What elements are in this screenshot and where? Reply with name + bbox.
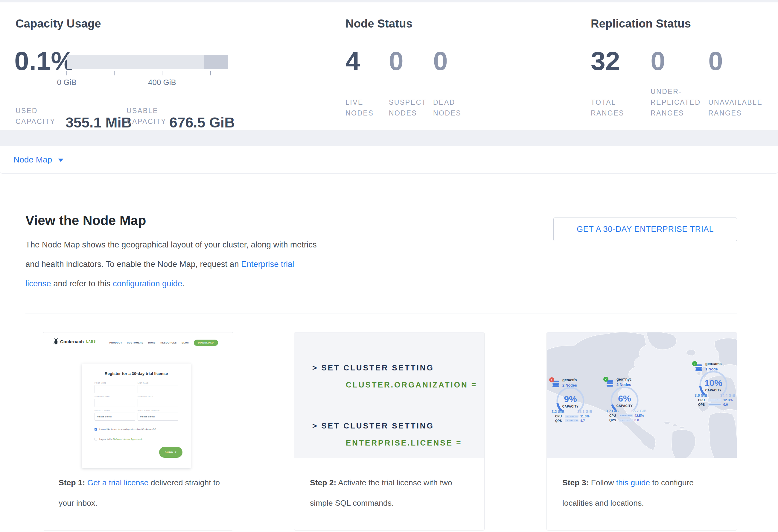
capacity-bar-reserved-segment — [204, 55, 228, 69]
dead-nodes-label: DEAD NODES — [433, 97, 466, 119]
step-3-caption: Step 3: Follow this guide to configure l… — [562, 472, 724, 513]
capacity-used: 3.2 GiB — [552, 409, 564, 414]
under-replicated-ranges-label: UNDER-REPLICATED RANGES — [650, 86, 707, 119]
replication-status-title: Replication Status — [591, 17, 691, 30]
qps-label: QPS — [698, 403, 706, 406]
step-3-label: Step 3: — [562, 478, 589, 487]
cpu-label: CPU — [698, 398, 706, 402]
cockroach-bug-icon — [54, 338, 58, 345]
cpu-value: 12.3% — [723, 398, 732, 402]
mini-license-agreement-link: Software License Agreement. — [113, 438, 142, 441]
qps-value: 4.7 — [580, 419, 585, 423]
mini-download-button: DOWNLOAD — [194, 339, 218, 346]
mini-nav-item: DOCS — [148, 341, 156, 344]
capacity-percent: 9% — [555, 394, 586, 404]
trial-form-title: Register for a 30-day trial license — [82, 371, 191, 376]
step-1-card: Cockroach LABS PRODUCT CUSTOMERS DOCS RE… — [43, 332, 233, 531]
capacity-usage-title: Capacity Usage — [15, 17, 101, 30]
mini-form-field: REASON FOR INTEREST Please Select — [138, 409, 178, 421]
mini-nav-item: RESOURCES — [160, 341, 177, 344]
sql-command: > SET CLUSTER SETTING — [312, 421, 434, 431]
healthy-check-icon: ✓ — [692, 361, 697, 366]
capacity-total: 34.4 GiB — [715, 393, 735, 398]
suspect-nodes-label: SUSPECT NODES — [389, 97, 434, 119]
cpu-sparkline-icon — [708, 398, 721, 401]
step-3-text: Follow — [589, 478, 616, 487]
configuration-guide-link[interactable]: configuration guide — [113, 279, 182, 288]
qps-value: 0.0 — [634, 418, 639, 422]
capacity-total: 65.7 GiB — [627, 409, 646, 413]
capacity-label: CAPACITY — [609, 404, 640, 407]
mini-checkbox-text: I agree to the — [99, 438, 113, 441]
mini-input — [94, 399, 135, 407]
mini-form-field: COMPANY EMAIL — [138, 396, 178, 407]
capacity-total: 35.1 GiB — [572, 409, 592, 414]
mini-field-label: LAST NAME — [138, 382, 178, 384]
under-replicated-ranges-value: 0 — [650, 48, 665, 74]
description-text: . — [182, 279, 184, 288]
node-map-dropdown-label: Node Map — [13, 155, 52, 165]
node-map-dropdown[interactable]: Node Map — [13, 155, 63, 165]
sql-setting: CLUSTER.ORGANIZATION = — [346, 380, 477, 390]
mini-brand-text: Cockroach — [60, 339, 84, 344]
locality-geo-sfo: 1 geo=sfo 2 Nodes 9% CAPACITY 3.2 GiB 35… — [549, 377, 594, 420]
locality-geo-nyc: ✓ geo=nyc 2 Nodes 6% CAPACITY 3.7 GiB 65… — [603, 376, 648, 420]
sql-command: > SET CLUSTER SETTING — [312, 363, 434, 373]
step-1-caption: Step 1: Get a trial license delivered st… — [59, 472, 220, 513]
cpu-sparkline-icon — [565, 415, 578, 418]
usable-capacity-value: 676.5 GiB — [169, 116, 235, 130]
qps-sparkline-icon — [565, 419, 578, 422]
panel-gap — [0, 131, 778, 146]
used-capacity-label: USED CAPACITY — [15, 105, 68, 127]
node-map-preview: 1 geo=sfo 2 Nodes 9% CAPACITY 3.2 GiB 35… — [547, 332, 737, 458]
step-1-text — [85, 478, 87, 487]
step-2-label: Step 2: — [310, 478, 336, 487]
used-capacity-value: 355.1 MiB — [66, 116, 132, 130]
capacity-percent: 10% — [698, 378, 729, 388]
mini-field-label: COMPANY EMAIL — [138, 396, 178, 398]
locality-name: geo=sfo — [562, 378, 577, 382]
node-status-title: Node Status — [345, 17, 412, 30]
mini-select: Please Select — [94, 412, 135, 421]
axis-tick — [162, 71, 162, 75]
view-selector-bar: Node Map — [0, 146, 778, 173]
mini-field-label: PROJECT PHASE — [94, 409, 135, 411]
mini-field-label: REASON FOR INTEREST — [138, 409, 178, 411]
checkbox-checked-icon: ✓ — [94, 428, 97, 431]
capacity-percent: 6% — [609, 393, 640, 404]
get-enterprise-trial-button[interactable]: GET A 30-DAY ENTERPRISE TRIAL — [553, 218, 737, 241]
page-top-strip — [0, 0, 778, 2]
mini-checkbox-label: I agree to the Software License Agreemen… — [99, 438, 142, 441]
locality-geo-ams: ✓ geo=ams 1 Node 10% CAPACITY 3.6 GiB 34… — [692, 361, 737, 404]
description-text: and refer to this — [51, 279, 113, 288]
axis-tick — [210, 71, 211, 75]
live-nodes-label: LIVE NODES — [345, 97, 378, 119]
mini-brand-suffix: LABS — [86, 340, 96, 343]
capacity-used: 3.7 GiB — [606, 409, 619, 413]
alert-badge-icon: 1 — [549, 377, 554, 382]
cpu-sparkline-icon — [619, 414, 633, 417]
mini-input — [94, 385, 135, 393]
axis-tick-label: 400 GiB — [144, 78, 180, 87]
checkbox-empty-icon — [94, 438, 97, 441]
qps-sparkline-icon — [708, 403, 721, 406]
mini-form-field: LAST NAME — [138, 382, 178, 393]
qps-value: 0.0 — [723, 403, 728, 406]
mini-form-field: COMPANY NAME — [94, 396, 135, 407]
mini-form-field: FIRST NAME — [94, 382, 135, 393]
suspect-nodes-value: 0 — [389, 48, 403, 74]
cpu-value: 42.5% — [634, 414, 644, 417]
mini-select: Please Select — [138, 412, 178, 421]
capacity-label: CAPACITY — [555, 405, 586, 408]
get-trial-license-link[interactable]: Get a trial license — [87, 478, 149, 487]
axis-tick-label: 0 GiB — [49, 78, 85, 87]
unavailable-ranges-label: UNAVAILABLE RANGES — [708, 97, 768, 119]
step-1-label: Step 1: — [59, 478, 85, 487]
trial-license-form: Register for a 30-day trial license FIRS… — [82, 364, 191, 468]
mini-form-field: PROJECT PHASE Please Select — [94, 409, 135, 421]
this-guide-link[interactable]: this guide — [616, 478, 650, 487]
step-3-card: 1 geo=sfo 2 Nodes 9% CAPACITY 3.2 GiB 35… — [546, 332, 737, 531]
unavailable-ranges-value: 0 — [708, 48, 723, 74]
qps-sparkline-icon — [619, 419, 633, 422]
cpu-label: CPU — [555, 414, 563, 418]
